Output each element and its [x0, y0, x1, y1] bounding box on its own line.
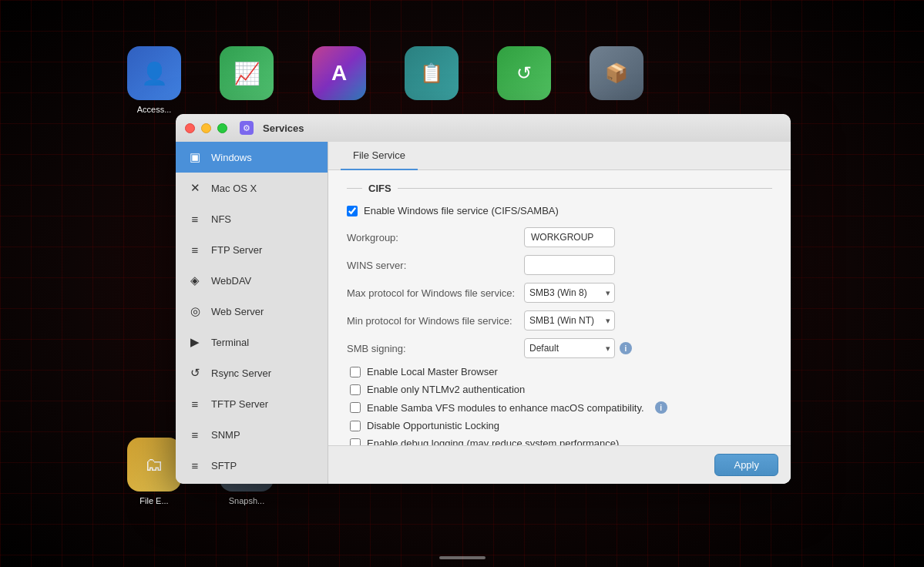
debug-log-checkbox[interactable]	[350, 438, 361, 446]
content-pane: File Service CIFS Enable Windows file se…	[328, 142, 791, 484]
desktop-icon-contacts[interactable]: 👤 Access...	[123, 46, 185, 114]
max-protocol-select[interactable]: SMB3 (Win 8) SMB2 (Win 7) SMB1 (Win NT)	[524, 283, 615, 303]
min-protocol-label: Min protocol for Windows file service:	[347, 315, 524, 327]
file-icon: 🗂	[127, 438, 181, 492]
ntlmv2-label: Enable only NTLMv2 authentication	[367, 384, 525, 395]
sidebar-item-macosx-label: Mac OS X	[211, 183, 257, 194]
dialog-body: ▣ Windows ✕ Mac OS X ≡ NFS ≡ FTP Server …	[176, 142, 791, 484]
max-protocol-row: Max protocol for Windows file service: S…	[347, 283, 772, 303]
backup-icon: 📋	[405, 46, 459, 100]
sidebar-item-sftp-label: SFTP	[211, 460, 237, 471]
desktop-icon-backup[interactable]: 📋	[401, 46, 462, 105]
workgroup-input[interactable]	[524, 227, 615, 247]
contacts-icon: 👤	[127, 46, 181, 100]
activity-icon: 📈	[220, 46, 274, 100]
min-protocol-select-wrapper: SMB3 (Win 8) SMB2 (Win 7) SMB1 (Win NT)	[524, 310, 615, 330]
smb-signing-label: SMB signing:	[347, 343, 524, 354]
sidebar-item-snmp[interactable]: ≡ SNMP	[176, 419, 328, 450]
services-icon: ⚙	[240, 121, 254, 135]
dialog-title: Services	[263, 122, 304, 134]
smb-signing-select[interactable]: Default Enabled Disabled	[524, 338, 615, 358]
enable-cifs-label: Enable Windows file service (CIFS/SAMBA)	[364, 205, 559, 216]
web-icon: ◎	[186, 303, 203, 320]
enable-cifs-checkbox[interactable]	[347, 206, 358, 216]
sidebar-item-terminal[interactable]: ▶ Terminal	[176, 327, 328, 357]
samba-vfs-row: Enable Samba VFS modules to enhance macO…	[347, 401, 772, 414]
sidebar-item-nfs-label: NFS	[211, 213, 231, 225]
wins-label: WINS server:	[347, 260, 524, 271]
desktop-icon-tm[interactable]: ↺	[493, 46, 555, 105]
debug-log-row: Enable debug logging (may reduce system …	[347, 438, 772, 445]
desktop-icon-vb[interactable]: 📦	[586, 46, 647, 105]
workgroup-row: Workgroup:	[347, 227, 772, 247]
wins-row: WINS server:	[347, 255, 772, 275]
windows-icon: ▣	[186, 149, 203, 166]
sidebar-item-web[interactable]: ◎ Web Server	[176, 296, 328, 327]
sidebar-item-snmp-label: SNMP	[211, 429, 240, 441]
max-protocol-select-wrapper: SMB3 (Win 8) SMB2 (Win 7) SMB1 (Win NT)	[524, 283, 615, 303]
services-dialog: ⚙ Services ▣ Windows ✕ Mac OS X ≡ NFS	[176, 114, 791, 484]
samba-vfs-label: Enable Samba VFS modules to enhance macO…	[367, 402, 644, 414]
content-scroll: CIFS Enable Windows file service (CIFS/S…	[328, 170, 791, 445]
sidebar-item-windows[interactable]: ▣ Windows	[176, 142, 328, 173]
nfs-icon: ≡	[186, 210, 203, 227]
min-protocol-row: Min protocol for Windows file service: S…	[347, 310, 772, 330]
tab-bar: File Service	[328, 142, 791, 170]
opp-lock-label: Disable Opportunistic Locking	[367, 420, 499, 431]
rsync-icon: ↺	[186, 364, 203, 381]
tab-file-service[interactable]: File Service	[341, 142, 418, 170]
maximize-button[interactable]	[217, 123, 227, 133]
sidebar-item-ftp[interactable]: ≡ FTP Server	[176, 234, 328, 265]
local-master-checkbox[interactable]	[350, 367, 361, 377]
sidebar-item-terminal-label: Terminal	[211, 337, 249, 348]
ntlmv2-row: Enable only NTLMv2 authentication	[347, 384, 772, 395]
sftp-icon: ≡	[186, 457, 203, 474]
wins-input[interactable]	[524, 255, 615, 275]
max-protocol-label: Max protocol for Windows file service:	[347, 287, 524, 299]
sidebar-item-tftp[interactable]: ≡ TFTP Server	[176, 388, 328, 419]
section-divider-right	[398, 188, 772, 189]
local-master-row: Enable Local Master Browser	[347, 366, 772, 377]
smb-signing-select-wrapper: Default Enabled Disabled	[524, 338, 615, 358]
desktop-icon-activity[interactable]: 📈	[216, 46, 277, 105]
taskbar-indicator	[439, 556, 486, 559]
sidebar: ▣ Windows ✕ Mac OS X ≡ NFS ≡ FTP Server …	[176, 142, 328, 484]
tm-icon: ↺	[497, 46, 551, 100]
sidebar-item-webdav[interactable]: ◈ WebDAV	[176, 265, 328, 296]
contacts-label: Access...	[137, 105, 172, 114]
terminal-icon: ▶	[186, 334, 203, 351]
cifs-section-header: CIFS	[347, 183, 772, 194]
minimize-button[interactable]	[201, 123, 211, 133]
cifs-title: CIFS	[368, 183, 391, 194]
workgroup-label: Workgroup:	[347, 232, 524, 243]
close-button[interactable]	[185, 123, 195, 133]
bottom-bar: Apply	[328, 445, 791, 484]
sidebar-item-windows-label: Windows	[211, 152, 252, 163]
apply-button[interactable]: Apply	[714, 454, 778, 476]
sidebar-item-macosx[interactable]: ✕ Mac OS X	[176, 173, 328, 203]
sidebar-item-rsync-label: Rsync Server	[211, 367, 271, 379]
min-protocol-select[interactable]: SMB3 (Win 8) SMB2 (Win 7) SMB1 (Win NT)	[524, 310, 615, 330]
sidebar-item-rsync[interactable]: ↺ Rsync Server	[176, 357, 328, 388]
macosx-icon: ✕	[186, 179, 203, 196]
local-master-label: Enable Local Master Browser	[367, 366, 498, 377]
snmp-icon: ≡	[186, 426, 203, 443]
title-bar: ⚙ Services	[176, 114, 791, 142]
file-label: File E...	[139, 496, 168, 505]
smb-signing-row: SMB signing: Default Enabled Disabled i	[347, 338, 772, 358]
desktop-icon-arch[interactable]: A	[308, 46, 370, 105]
smb-signing-info-icon[interactable]: i	[620, 342, 632, 354]
ftp-icon: ≡	[186, 241, 203, 258]
sidebar-item-web-label: Web Server	[211, 306, 264, 317]
arch-icon: A	[312, 46, 366, 100]
ntlmv2-checkbox[interactable]	[350, 384, 361, 395]
debug-log-label: Enable debug logging (may reduce system …	[367, 438, 619, 445]
opp-lock-checkbox[interactable]	[350, 421, 361, 431]
samba-vfs-info-icon[interactable]: i	[655, 401, 667, 414]
tftp-icon: ≡	[186, 395, 203, 412]
samba-vfs-checkbox[interactable]	[350, 402, 361, 413]
sidebar-item-sftp[interactable]: ≡ SFTP	[176, 450, 328, 481]
sidebar-item-nfs[interactable]: ≡ NFS	[176, 203, 328, 234]
sidebar-item-ftp-label: FTP Server	[211, 244, 262, 256]
desktop-icons-top: 👤 Access... 📈 A 📋 ↺ 📦	[123, 46, 647, 114]
